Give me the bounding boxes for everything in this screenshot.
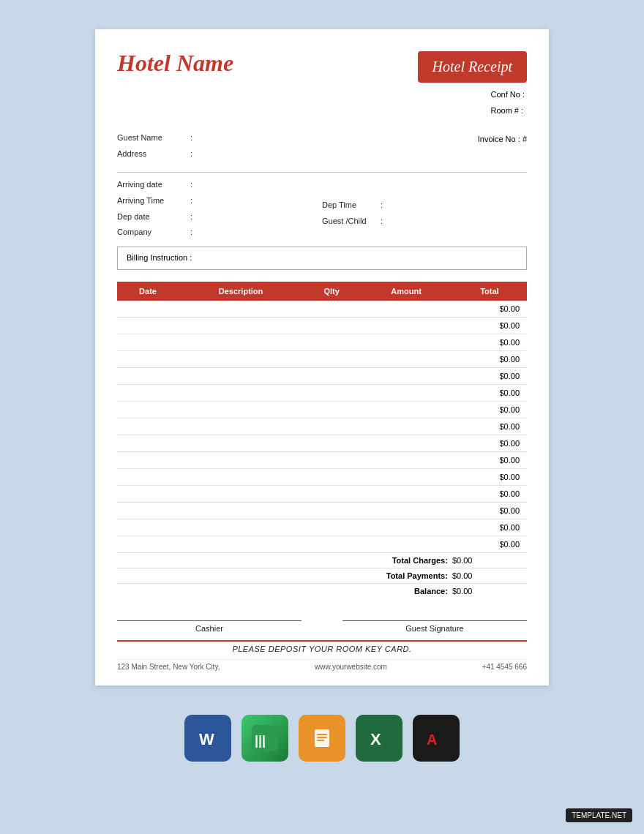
- cell-date: [117, 536, 179, 552]
- excel-icon[interactable]: X: [356, 715, 402, 762]
- cell-description: [179, 502, 303, 519]
- cell-amount: [360, 451, 452, 468]
- numbers-icon[interactable]: |||: [242, 715, 288, 762]
- table-row: $0.00: [117, 485, 527, 502]
- table-row: $0.00: [117, 301, 527, 318]
- footer-website: www.yourwebsite.com: [315, 663, 387, 671]
- table-row: $0.00: [117, 334, 527, 350]
- cell-date: [117, 384, 179, 401]
- table-row: $0.00: [117, 536, 527, 552]
- cell-qlty: [303, 384, 360, 401]
- col-date: Date: [117, 282, 179, 301]
- receipt-table: Date Description Qlty Amount Total $0.00…: [117, 282, 527, 598]
- conf-no-colon: :: [523, 89, 525, 102]
- notice-text: PLEASE DEPOSIT YOUR ROOM KEY CARD.: [117, 645, 527, 653]
- invoice-no-label: Invoice No: [478, 135, 516, 143]
- cashier-label: Cashier: [117, 624, 302, 633]
- guest-child-row: Guest /Child :: [322, 215, 527, 228]
- cell-total: $0.00: [452, 367, 527, 384]
- guest-invoice-section: Guest Name : Address : Invoice No : #: [117, 132, 527, 163]
- cell-qlty: [303, 350, 360, 367]
- cell-qlty: [303, 317, 360, 334]
- pdf-icon[interactable]: A: [413, 715, 460, 762]
- word-icon[interactable]: W: [184, 715, 231, 762]
- cell-date: [117, 418, 179, 435]
- guest-signature-label: Guest Signature: [342, 624, 527, 633]
- table-row: $0.00: [117, 519, 527, 536]
- cell-date: [117, 350, 179, 367]
- notice-area: PLEASE DEPOSIT YOUR ROOM KEY CARD.: [117, 640, 527, 653]
- table-row: $0.00: [117, 435, 527, 451]
- table-row: $0.00: [117, 401, 527, 418]
- billing-instruction-box: Billing Instruction :: [117, 247, 527, 270]
- cell-total: $0.00: [452, 485, 527, 502]
- table-row: $0.00: [117, 384, 527, 401]
- cell-amount: [360, 317, 452, 334]
- table-row: $0.00: [117, 502, 527, 519]
- billing-instruction-label: Billing Instruction :: [127, 253, 192, 262]
- cell-amount: [360, 468, 452, 485]
- total-payments-row: Total Payments: $0.00: [117, 568, 527, 583]
- cell-total: $0.00: [452, 536, 527, 552]
- cell-total: $0.00: [452, 519, 527, 536]
- cell-qlty: [303, 418, 360, 435]
- cell-qlty: [303, 367, 360, 384]
- guest-signature-block: Guest Signature: [342, 620, 527, 633]
- cell-amount: [360, 401, 452, 418]
- cell-description: [179, 317, 303, 334]
- cell-total: $0.00: [452, 334, 527, 350]
- cell-description: [179, 485, 303, 502]
- company-colon: :: [190, 226, 192, 239]
- pages-icon[interactable]: [299, 715, 345, 762]
- svg-text:X: X: [370, 730, 381, 748]
- invoice-no-row: Invoice No : #: [322, 135, 527, 143]
- hotel-name: Hotel Name: [117, 51, 233, 75]
- cell-description: [179, 468, 303, 485]
- svg-text:|||: |||: [255, 733, 266, 748]
- dates-section: Arriving date : Arriving Time : Dep date…: [117, 179, 527, 241]
- cashier-line: [117, 620, 302, 621]
- template-badge: TEMPLATE.NET: [566, 808, 632, 822]
- document-header: Hotel Name Hotel Receipt Conf No : Room …: [117, 51, 527, 120]
- cell-total: $0.00: [452, 435, 527, 451]
- left-dates: Arriving date : Arriving Time : Dep date…: [117, 179, 322, 241]
- address-colon: :: [190, 148, 192, 161]
- conf-info: Conf No : Room # :: [490, 89, 527, 120]
- room-colon: :: [521, 105, 523, 118]
- invoice-info: Invoice No : #: [322, 132, 527, 163]
- cell-date: [117, 435, 179, 451]
- cell-qlty: [303, 485, 360, 502]
- dep-time-colon: :: [381, 199, 383, 212]
- cell-amount: [360, 350, 452, 367]
- col-description: Description: [179, 282, 303, 301]
- dep-time-label: Dep Time: [322, 199, 381, 212]
- svg-text:W: W: [199, 730, 214, 748]
- cell-amount: [360, 536, 452, 552]
- cell-qlty: [303, 401, 360, 418]
- cell-qlty: [303, 468, 360, 485]
- divider-1: [117, 172, 527, 173]
- cell-amount: [360, 418, 452, 435]
- cell-description: [179, 451, 303, 468]
- cell-description: [179, 384, 303, 401]
- cell-total: $0.00: [452, 350, 527, 367]
- cell-date: [117, 519, 179, 536]
- cell-qlty: [303, 435, 360, 451]
- cell-total: $0.00: [452, 502, 527, 519]
- cell-total: $0.00: [452, 468, 527, 485]
- guest-name-label: Guest Name: [117, 132, 190, 145]
- right-dep: Dep Time : Guest /Child :: [322, 179, 527, 241]
- notice-line: [117, 640, 527, 642]
- cell-description: [179, 418, 303, 435]
- cell-description: [179, 334, 303, 350]
- cell-total: $0.00: [452, 451, 527, 468]
- guest-name-colon: :: [190, 132, 192, 145]
- signature-area: Cashier Guest Signature: [117, 620, 527, 633]
- arriving-date-label: Arriving date: [117, 179, 190, 192]
- cell-date: [117, 317, 179, 334]
- cell-description: [179, 350, 303, 367]
- invoice-no-colon: :: [518, 135, 520, 143]
- hotel-receipt-document: Hotel Name Hotel Receipt Conf No : Room …: [95, 29, 549, 685]
- table-header-row: Date Description Qlty Amount Total: [117, 282, 527, 301]
- guest-child-label: Guest /Child: [322, 215, 381, 228]
